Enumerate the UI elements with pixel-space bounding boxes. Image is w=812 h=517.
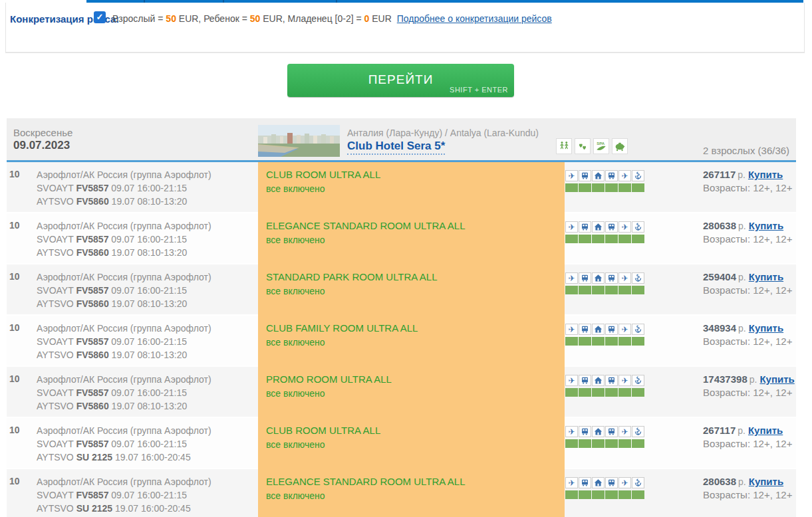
return-plane-icon[interactable]: ✈ (618, 324, 631, 335)
buy-link[interactable]: Купить (749, 220, 783, 231)
go-button[interactable]: ПЕРЕЙТИ SHIFT + ENTER (287, 64, 514, 97)
transfer-bus-icon[interactable] (605, 324, 618, 335)
buy-link[interactable]: Купить (749, 271, 783, 282)
service-icons: ✈ ✈ (565, 477, 644, 488)
hotel-house-icon[interactable] (592, 426, 605, 437)
availability-segment (632, 235, 644, 243)
transfer-bus-icon[interactable] (605, 221, 618, 233)
hotel-house-icon[interactable] (592, 324, 605, 335)
return-plane-icon[interactable]: ✈ (618, 375, 631, 386)
outbound-route: SVOAYT (37, 234, 76, 245)
availability-segment (605, 388, 618, 397)
currency-label: р. (738, 476, 746, 487)
occupancy-label: 2 взрослых (36/36) (703, 145, 789, 156)
insurance-icon[interactable] (632, 272, 644, 284)
availability-segment (618, 388, 631, 397)
hotel-house-icon[interactable] (592, 375, 605, 386)
insurance-icon[interactable] (632, 221, 644, 233)
return-plane-icon[interactable]: ✈ (618, 170, 631, 181)
outbound-route: SVOAYT (37, 285, 76, 296)
return-plane-icon[interactable]: ✈ (618, 426, 631, 437)
transfer-bus-icon[interactable] (605, 375, 618, 386)
buy-link[interactable]: Купить (759, 373, 794, 385)
buy-link[interactable]: Купить (748, 169, 783, 180)
outbound-plane-icon[interactable]: ✈ (565, 426, 578, 437)
transfer-bus-icon[interactable] (605, 426, 618, 437)
service-icons: ✈ ✈ (565, 272, 644, 284)
room-cell: STANDARD PARK ROOM ULTRA ALL все включен… (258, 264, 565, 316)
flight-specification-checkbox[interactable]: ✓ (94, 11, 106, 23)
room-cell: ELEGANCE STANDARD ROOM ULTRA ALL все вкл… (258, 213, 565, 264)
outbound-schedule: 09.07 16:00-21:15 (108, 183, 187, 193)
outbound-schedule: 09.07 16:00-21:15 (108, 285, 187, 296)
outbound-route: SVOAYT (37, 183, 76, 193)
insurance-icon[interactable] (632, 426, 644, 437)
transfer-bus-icon[interactable] (579, 375, 591, 386)
date-label: 09.07.2023 (13, 139, 70, 152)
outbound-route: SVOAYT (37, 336, 76, 347)
outbound-plane-icon[interactable]: ✈ (565, 272, 578, 284)
tour-row: 10 Аэрофлот/АК Россия (группа Аэрофлот) … (7, 469, 796, 517)
transfer-bus-icon[interactable] (579, 426, 591, 437)
return-plane-icon[interactable]: ✈ (618, 221, 631, 233)
flight-specification-panel: Конкретизация рейса: ✓ Взрослый = 50 EUR… (5, 3, 805, 53)
eur-suffix: EUR (369, 13, 391, 24)
buy-link[interactable]: Купить (749, 476, 783, 487)
transfer-bus-icon[interactable] (579, 272, 591, 284)
hotel-thumbnail[interactable] (258, 125, 340, 157)
hotel-house-icon[interactable] (592, 272, 605, 284)
transfer-bus-icon[interactable] (579, 221, 591, 233)
insurance-icon[interactable] (632, 375, 644, 386)
availability-bar (565, 337, 644, 346)
outbound-plane-icon[interactable]: ✈ (565, 477, 578, 488)
insurance-icon[interactable] (632, 324, 644, 335)
outbound-flight: SVOAYT FV5857 09.07 16:00-21:15 (37, 386, 211, 399)
availability-segment (565, 337, 578, 346)
weekday-label: Воскресенье (13, 127, 72, 138)
airline-name: Аэрофлот/АК Россия (группа Аэрофлот) (37, 475, 211, 488)
transfer-bus-icon[interactable] (579, 170, 591, 181)
availability-segment (605, 183, 618, 192)
price-value: 267117 (703, 425, 736, 436)
availability-bar (565, 439, 644, 448)
transfer-bus-icon[interactable] (579, 477, 591, 488)
availability-segment (592, 490, 605, 499)
return-flight-number: SU 2125 (76, 503, 112, 514)
hotel-house-icon[interactable] (592, 221, 605, 233)
transfer-bus-icon[interactable] (579, 324, 591, 335)
transfer-bus-icon[interactable] (605, 272, 618, 284)
room-cell: CLUB ROOM ULTRA ALL все включено (258, 162, 565, 213)
outbound-flight-number: FV5857 (76, 183, 108, 193)
hotel-house-icon[interactable] (592, 170, 605, 181)
insurance-icon[interactable] (632, 170, 644, 181)
buy-link[interactable]: Купить (748, 425, 783, 436)
availability-segment (592, 439, 605, 448)
active-people-icon (556, 138, 572, 154)
price-value: 267117 (703, 169, 736, 180)
outbound-plane-icon[interactable]: ✈ (565, 375, 578, 386)
transfer-bus-icon[interactable] (605, 170, 618, 181)
outbound-flight-number: FV5857 (76, 234, 108, 245)
availability-segment (605, 286, 618, 294)
hotel-name-link[interactable]: Club Hotel Sera 5* (347, 140, 445, 155)
airline-name: Аэрофлот/АК Россия (группа Аэрофлот) (37, 322, 211, 335)
ages-label: Возрасты: 12+, 12+ (703, 489, 792, 500)
outbound-plane-icon[interactable]: ✈ (565, 324, 578, 335)
outbound-flight-number: FV5857 (76, 285, 108, 296)
availability-segment (618, 235, 631, 243)
return-flight-number: SU 2125 (76, 452, 112, 463)
return-flight: AYTSVO FV5860 19.07 08:10-13:20 (37, 399, 211, 413)
specification-details-link[interactable]: Подробнее о конкретизации рейсов (397, 13, 552, 24)
return-plane-icon[interactable]: ✈ (618, 272, 631, 284)
child-price-value: 50 (250, 13, 261, 24)
outbound-plane-icon[interactable]: ✈ (565, 170, 578, 181)
transfer-bus-icon[interactable] (605, 477, 618, 488)
buy-link[interactable]: Купить (749, 322, 783, 334)
hotel-house-icon[interactable] (592, 477, 605, 488)
outbound-schedule: 09.07 16:00-21:15 (108, 234, 187, 245)
outbound-route: SVOAYT (37, 387, 76, 398)
insurance-icon[interactable] (632, 477, 644, 488)
spa-icon: SPA (593, 138, 609, 154)
return-plane-icon[interactable]: ✈ (618, 477, 631, 488)
outbound-plane-icon[interactable]: ✈ (565, 221, 578, 233)
